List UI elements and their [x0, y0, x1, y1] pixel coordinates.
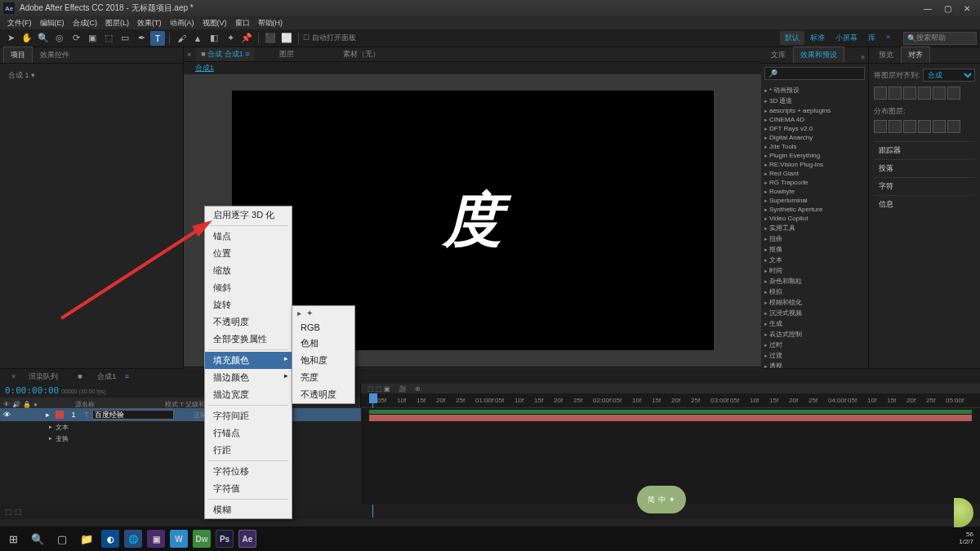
align-buttons[interactable] — [874, 87, 975, 100]
app-dw[interactable]: Dw — [193, 530, 211, 548]
effect-category[interactable]: Video Copilot — [763, 214, 866, 223]
menu-item[interactable]: 视图(V) — [200, 18, 229, 29]
effect-category[interactable]: Digital Anarchy — [763, 133, 866, 142]
effect-category[interactable]: CINEMA 4D — [763, 115, 866, 124]
auto-open-checkbox[interactable]: ☐ 自动打开面板 — [303, 33, 356, 43]
shape-tool[interactable]: ▭ — [118, 31, 132, 46]
menu-item[interactable]: 不透明度 — [205, 313, 292, 331]
effect-category[interactable]: Plugin Everything — [763, 151, 866, 160]
effect-category[interactable]: 抠像 — [763, 244, 866, 255]
roto-tool[interactable]: ✦ — [223, 31, 238, 46]
panel-section[interactable]: 投落 — [874, 159, 975, 177]
time-ruler-area[interactable]: ⬚ ⬚ ▣🎥⊕ 05f10f15f20f25f01:00f05f10f15f20… — [361, 384, 980, 408]
effect-category[interactable]: 过时 — [763, 340, 866, 350]
align-target-select[interactable]: 合成 — [923, 69, 975, 82]
effect-category[interactable]: 透视 — [763, 361, 866, 368]
effects-list[interactable]: * 动画预设3D 通道aescripts + aepluginsCINEMA 4… — [761, 83, 868, 368]
submenu-item[interactable]: 亮度 — [292, 369, 354, 386]
text-tool[interactable]: T — [150, 31, 165, 46]
render-queue-tab[interactable]: 渲染队列 — [22, 370, 65, 384]
minimize-button[interactable]: — — [918, 1, 938, 16]
app-generic[interactable]: ▣ — [147, 530, 165, 548]
layer-row[interactable]: 👁 ▸ 1 T 正常 ▾ 无 ▾ — [0, 408, 361, 421]
preview-tab[interactable]: 预览 — [872, 47, 900, 63]
effect-category[interactable]: DFT Rays v2.0 — [763, 124, 866, 133]
align-tab[interactable]: 对齐 — [901, 47, 930, 63]
selection-tool[interactable]: ➤ — [3, 31, 18, 46]
menu-item[interactable]: 描边颜色 — [205, 369, 292, 386]
camera-tool[interactable]: ▣ — [85, 31, 100, 46]
close-button[interactable]: ✕ — [957, 1, 977, 16]
library-tab[interactable]: 文库 — [764, 47, 792, 63]
work-area-bar[interactable] — [369, 410, 972, 414]
menu-item[interactable]: 描边宽度 — [205, 386, 292, 403]
effect-category[interactable]: 实用工具 — [763, 223, 866, 233]
effect-category[interactable]: Rowbyte — [763, 187, 866, 196]
menu-item[interactable]: 窗口 — [233, 18, 252, 29]
playhead[interactable] — [369, 393, 377, 403]
search-icon[interactable]: 🔍 — [28, 529, 47, 549]
menu-item[interactable]: 效果(T) — [135, 18, 164, 29]
effect-category[interactable]: Superluminal — [763, 196, 866, 205]
align-left[interactable] — [874, 87, 887, 100]
taskbar[interactable]: ⊞ 🔍 ▢ 📁 ◐ 🌐 ▣ W Dw Ps Ae 56 1/2/7 — [0, 527, 980, 551]
menu-item[interactable]: 动画(A) — [167, 18, 197, 29]
menu-item[interactable]: 旋转 — [205, 296, 292, 313]
submenu-item[interactable]: RGB — [292, 320, 354, 335]
comp-tab[interactable]: ■ 合成 合成1 ≡ — [196, 47, 254, 61]
workspace-tab[interactable]: 库 — [863, 31, 880, 45]
effect-category[interactable]: Jde Tools — [763, 142, 866, 151]
app-ae[interactable]: Ae — [238, 530, 256, 548]
app-word[interactable]: W — [170, 530, 188, 548]
effects-presets-tab[interactable]: 效果和预设 — [793, 47, 844, 63]
effect-category[interactable]: 模糊和锐化 — [763, 297, 866, 308]
workspace-switcher[interactable]: 默认标准小屏幕库» — [780, 31, 895, 45]
floating-badge[interactable]: 简中✦ — [637, 486, 686, 513]
eraser-tool[interactable]: ◧ — [207, 31, 221, 46]
toggle-switches-icon[interactable]: ⬚ ⬚ — [5, 508, 22, 516]
distribute-buttons[interactable] — [874, 120, 975, 133]
effect-category[interactable]: 时间 — [763, 265, 866, 276]
rotate-tool[interactable]: ⟳ — [69, 31, 83, 46]
project-tab[interactable]: 项目 — [3, 47, 33, 63]
submenu-item[interactable]: 色相 — [292, 335, 354, 352]
explorer-icon[interactable]: 📁 — [77, 529, 96, 549]
puppet-tool[interactable]: 📌 — [239, 31, 254, 46]
align-top[interactable] — [918, 87, 931, 100]
menu-item[interactable]: 行距 — [205, 442, 292, 459]
effect-category[interactable]: 杂色和颗粒 — [763, 276, 866, 287]
effects-search[interactable]: 🔎 — [764, 67, 865, 80]
effect-category[interactable]: 表达式控制 — [763, 329, 866, 340]
menu-item[interactable]: 编辑(E) — [38, 18, 67, 29]
pen-tool[interactable]: ✒ — [134, 31, 149, 46]
menu-item[interactable]: 字符位移 — [205, 463, 292, 480]
panel-section[interactable]: 信息 — [874, 195, 975, 213]
workspace-tab[interactable]: 标准 — [805, 31, 830, 45]
effect-category[interactable]: 沉浸式视频 — [763, 308, 866, 318]
align-right[interactable] — [903, 87, 916, 100]
menu-item[interactable]: 倾斜 — [205, 279, 292, 296]
panel-section[interactable]: 字符 — [874, 177, 975, 195]
menu-item[interactable]: 锚点 — [205, 228, 292, 245]
effect-category[interactable]: 过渡 — [763, 350, 866, 361]
timecode[interactable]: 0:00:00:00 — [5, 385, 59, 396]
effect-category[interactable]: Synthetic Aperture — [763, 205, 866, 214]
submenu-item[interactable]: 饱和度 — [292, 352, 354, 369]
effect-category[interactable]: 3D 通道 — [763, 96, 866, 106]
layer-property[interactable]: ▸变换 — [0, 433, 361, 444]
pan-behind-tool[interactable]: ⬚ — [101, 31, 116, 46]
app-ps[interactable]: Ps — [216, 530, 234, 548]
workspace-tab[interactable]: 默认 — [780, 31, 804, 45]
hand-tool[interactable]: ✋ — [20, 31, 34, 46]
effect-category[interactable]: 模拟 — [763, 287, 866, 297]
menu-item[interactable]: 合成(C) — [70, 18, 100, 29]
context-menu[interactable]: 启用逐字 3D 化锚点位置缩放倾斜旋转不透明度全部变换属性填充颜色描边颜色描边宽… — [204, 206, 292, 519]
project-item[interactable]: 合成 1 ▾ — [3, 67, 180, 84]
clone-tool[interactable]: ▲ — [190, 31, 205, 46]
menu-item[interactable]: 帮助(H) — [256, 18, 286, 29]
workspace-tab[interactable]: 小屏幕 — [831, 31, 862, 45]
clock[interactable]: 56 1/2/7 — [959, 531, 977, 546]
effect-category[interactable]: RG Trapcode — [763, 178, 866, 187]
menu-item[interactable]: 全部变换属性 — [205, 331, 292, 348]
panel-section[interactable]: 跟踪器 — [874, 141, 975, 159]
